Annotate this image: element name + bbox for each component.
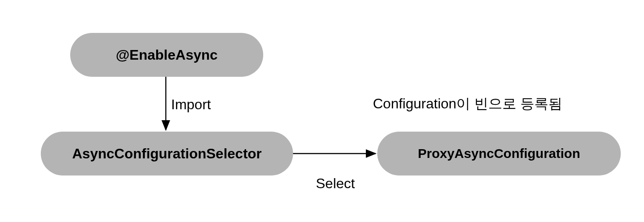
node-proxy-async-configuration: ProxyAsyncConfiguration (377, 132, 621, 175)
node-enable-async: @EnableAsync (70, 33, 263, 77)
edge-label-import: Import (171, 97, 211, 113)
node-async-configuration-selector: AsyncConfigurationSelector (41, 132, 293, 175)
annotation-configuration-bean: Configuration이 빈으로 등록됨 (373, 94, 562, 114)
node-proxy-label: ProxyAsyncConfiguration (418, 146, 580, 161)
node-selector-label: AsyncConfigurationSelector (72, 146, 261, 162)
edge-label-select: Select (316, 175, 355, 192)
node-enable-async-label: @EnableAsync (116, 47, 218, 63)
